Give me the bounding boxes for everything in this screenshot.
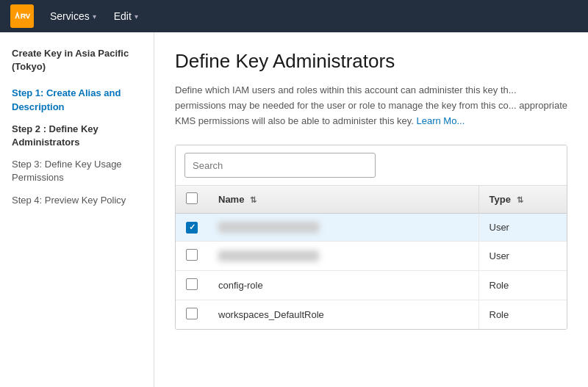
row-name: redacted_user_name_1 [208,214,478,242]
row-checkbox-cell [176,214,208,242]
main-description: Define which IAM users and roles within … [175,83,567,129]
edit-label: Edit [114,10,132,22]
administrators-table: Name ⇅ Type ⇅ [175,145,567,330]
services-label: Services [50,10,90,22]
row-name: redacted_user_name_2 [208,241,478,270]
table-header-row: Name ⇅ Type ⇅ [176,186,567,214]
blurred-name: redacted_user_name_1 [218,222,319,233]
row-checkbox[interactable] [186,222,198,234]
sidebar: Create Key in Asia Pacific (Tokyo) Step … [0,32,154,387]
row-type: User [478,214,567,242]
header-type: Type ⇅ [478,186,567,214]
row-checkbox[interactable] [186,249,198,261]
desc-text: Define which IAM users and roles within … [175,84,567,126]
sidebar-item-step1[interactable]: Step 1: Create Alias and Description [12,87,142,113]
row-name: workspaces_DefaultRole [208,300,478,329]
row-checkbox[interactable] [186,278,198,290]
step2-label: Step 2 : Define Key Administrators [12,123,98,148]
services-chevron-icon: ▾ [93,12,96,21]
sidebar-title: Create Key in Asia Pacific (Tokyo) [12,47,142,73]
row-checkbox-cell [176,270,208,300]
blurred-name: redacted_user_name_2 [218,250,319,261]
row-checkbox[interactable] [186,308,198,319]
select-all-checkbox[interactable] [186,192,198,204]
page-layout: Create Key in Asia Pacific (Tokyo) Step … [0,32,588,387]
row-type: Role [478,270,567,300]
step1-label: Step 1: Create Alias and Description [12,87,121,112]
search-row [176,145,567,186]
type-sort-icon[interactable]: ⇅ [517,195,523,204]
row-checkbox-cell [176,300,208,329]
search-bar[interactable] [184,153,376,178]
services-nav-item[interactable]: Services ▾ [41,0,105,32]
sidebar-item-step4[interactable]: Step 4: Preview Key Policy [12,194,142,207]
table-row[interactable]: config-role Role [176,270,567,300]
row-name: config-role [208,270,478,300]
table-row[interactable]: redacted_user_name_2 User [176,241,567,270]
search-input[interactable] [193,160,368,171]
users-table: Name ⇅ Type ⇅ [176,186,567,329]
top-nav: Services ▾ Edit ▾ [0,0,588,32]
main-content: Define Key Administrators Define which I… [154,32,588,387]
row-type: Role [478,300,567,329]
name-sort-icon[interactable]: ⇅ [250,195,257,204]
edit-nav-item[interactable]: Edit ▾ [105,0,147,32]
row-checkbox-cell [176,241,208,270]
row-type: User [478,241,567,270]
edit-chevron-icon: ▾ [135,12,138,21]
step4-label: Step 4: Preview Key Policy [12,195,126,206]
header-name: Name ⇅ [208,186,478,214]
page-title: Define Key Administrators [175,50,567,73]
table-row[interactable]: redacted_user_name_1 User [176,214,567,242]
aws-logo [9,3,35,29]
sidebar-item-step3[interactable]: Step 3: Define Key Usage Permissions [12,158,142,184]
header-checkbox-cell [176,186,208,214]
step3-label: Step 3: Define Key Usage Permissions [12,159,122,183]
learn-more-link[interactable]: Learn Mo... [417,115,465,126]
table-row[interactable]: workspaces_DefaultRole Role [176,300,567,329]
sidebar-item-step2[interactable]: Step 2 : Define Key Administrators [12,123,142,149]
